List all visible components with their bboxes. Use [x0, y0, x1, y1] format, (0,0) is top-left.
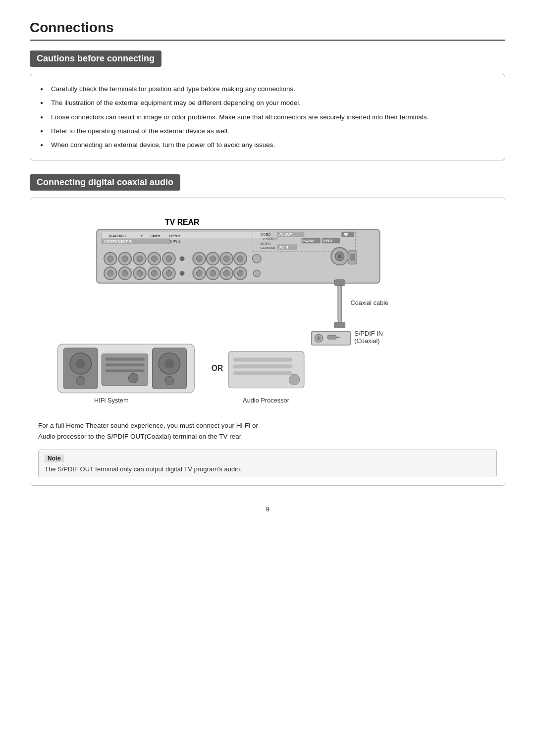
conn-c2-1-inner: [107, 270, 113, 276]
spdif-in-socket-inner: [317, 336, 321, 340]
ap-line-3: [233, 371, 292, 375]
caution-item-1: Carefully check the terminals for positi…: [40, 82, 495, 96]
note-box: Note The S/PDIF OUT terminal only can ou…: [38, 450, 497, 477]
av-in-text: AV IN: [279, 246, 288, 249]
cr-rr-1-label: Cr/Pr 1: [169, 240, 180, 243]
spdif-label-text: S/PDIF: [322, 239, 333, 243]
conn-s2-1: [253, 270, 260, 277]
l-audio-r-label-2: L•AUDIO•R: [260, 247, 275, 250]
ap-caption-text: Audio Processor: [243, 397, 290, 404]
cr-rr-2-label: Cr/Pr 2: [169, 234, 180, 238]
caution-item-4: Refer to the operating manual of the ext…: [40, 124, 495, 138]
hifi-line-3: [106, 369, 145, 372]
conn-c2-4-inner: [152, 270, 158, 276]
hifi-line-1: [106, 358, 145, 361]
conn-c1-3-inner: [137, 256, 143, 262]
conn-m1-1-inner: [196, 256, 202, 262]
tv-rear-label: TV REAR: [165, 218, 200, 226]
conn-c1-5-inner: [166, 256, 172, 262]
coaxial-cable-body: [338, 283, 342, 322]
conn-m2-3-inner: [223, 270, 229, 276]
spdif-in-coaxial-text: (Coaxial): [354, 337, 379, 345]
hifi-knob: [128, 373, 138, 383]
conn-c1-2-inner: [122, 256, 128, 262]
note-text: The S/PDIF OUT terminal only can output …: [45, 465, 490, 473]
conn-c2-3-inner: [137, 270, 143, 276]
cautions-list: Carefully check the terminals for positi…: [40, 82, 495, 152]
dot-sep-1: [180, 256, 185, 261]
right-speaker-tweeter: [165, 376, 174, 385]
diagram-area: TV REAR R•AUDIO•L Y Cb/Pb Cr/Pr 2 R•AUDI…: [30, 198, 505, 486]
conn-c1-4-inner: [152, 256, 158, 262]
cautions-section: Cautions before connecting Carefully che…: [30, 50, 505, 160]
hifi-caption-text: HIFi System: [94, 397, 129, 404]
caution-item-3: Loose connectors can result in image or …: [40, 110, 495, 124]
hifi-line-2: [106, 364, 145, 367]
right-speaker-center: [164, 359, 174, 369]
caution-item-2: The illustration of the external equipme…: [40, 96, 495, 110]
or-label-text: OR: [212, 364, 223, 372]
rs232-text: RS-232: [302, 239, 314, 243]
conn-m1-2-inner: [210, 256, 216, 262]
r-audio-l-label-1: R•AUDIO•L: [109, 234, 127, 238]
cautions-header: Cautions before connecting: [30, 50, 161, 67]
connection-diagram: TV REAR R•AUDIO•L Y Cb/Pb Cr/Pr 2 R•AUDI…: [38, 206, 497, 414]
y-label-1: Y: [141, 234, 143, 238]
cable-top-connector: [334, 280, 345, 286]
conn-m2-1-inner: [196, 270, 202, 276]
rf-text: RF: [344, 233, 348, 237]
conn-c2-2-inner: [122, 270, 128, 276]
conn-m2-4-inner: [237, 270, 243, 276]
left-speaker-center: [76, 359, 86, 369]
rf-connector-inner: [350, 254, 355, 261]
spdif-plug: [327, 335, 336, 339]
left-speaker-tweeter: [76, 376, 85, 385]
dot-sep-2: [180, 271, 185, 276]
connecting-header: Connecting digital coaxial audio: [30, 174, 180, 191]
page-number: 9: [30, 505, 505, 513]
conn-c1-1-inner: [107, 256, 113, 262]
conn-m1-3-inner: [223, 256, 229, 262]
conn-m2-2-inner: [210, 270, 216, 276]
conn-m1-4-inner: [237, 256, 243, 262]
cb-rb-label-1: Cb/Pb: [151, 234, 160, 238]
page-title: Connections: [30, 20, 505, 41]
description-text: For a full Home Theater sound experience…: [38, 420, 497, 442]
ap-knob: [289, 374, 300, 385]
conn-c2-5-inner: [166, 270, 172, 276]
ap-line-1: [233, 358, 292, 362]
note-label: Note: [45, 454, 64, 462]
caution-item-5: When connecting an external device, turn…: [40, 138, 495, 152]
connecting-section: Connecting digital coaxial audio TV REAR…: [30, 174, 505, 486]
spdif-connector-pin: [338, 254, 342, 258]
ap-line-2: [233, 365, 292, 369]
video-label-2: VIDEO: [260, 242, 271, 246]
video-label-1: VIDEO: [260, 233, 271, 237]
component-in-text: COMPONENT IN: [104, 239, 132, 244]
cautions-box: Carefully check the terminals for positi…: [30, 74, 505, 160]
spdif-in-text: S/PDIF IN: [354, 330, 383, 337]
cable-bottom-connector: [334, 322, 345, 328]
coaxial-cable-label: Coaxial cable: [350, 299, 388, 306]
l-audio-r-label-1: L•AUDIO•R: [263, 237, 277, 240]
conn-s1-1: [252, 254, 261, 263]
av-out-text: AV OUT: [279, 233, 292, 237]
